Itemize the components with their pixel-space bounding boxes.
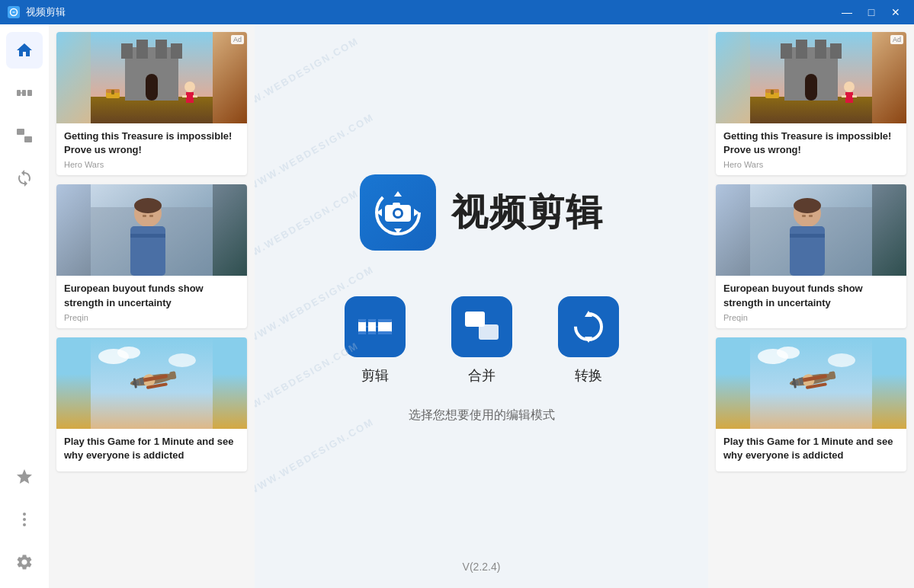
convert-icon-container: [558, 296, 619, 357]
svg-rect-29: [130, 234, 165, 238]
svg-rect-56: [368, 331, 376, 334]
svg-point-86: [794, 198, 821, 213]
right-ad-source-2: Preqin: [723, 313, 899, 322]
svg-rect-80: [771, 90, 774, 94]
svg-rect-87: [802, 215, 806, 217]
svg-rect-54: [358, 331, 366, 334]
version: V(2.2.4): [463, 561, 501, 573]
left-ad-img-plane: [56, 337, 247, 429]
svg-rect-2: [22, 90, 26, 96]
svg-rect-17: [146, 74, 158, 101]
sidebar-item-favorite[interactable]: [6, 459, 43, 495]
right-ad-card-1[interactable]: Ad Getting this Treasure is impossible! …: [716, 32, 906, 175]
sidebar-item-merge[interactable]: [6, 117, 43, 154]
left-ad-content-3: Play this Game for 1 Minute and see why …: [56, 429, 247, 471]
close-button[interactable]: ✕: [885, 4, 906, 21]
merge-icon-container: [451, 296, 512, 357]
svg-rect-85: [790, 234, 825, 238]
left-ad-title-3: Play this Game for 1 Minute and see why …: [64, 435, 239, 462]
center-content: WWW.WEBDESIGN.COM WWW.WEBDESIGN.COM WWW.…: [255, 24, 708, 588]
maximize-button[interactable]: □: [861, 4, 882, 21]
titlebar-left: 视频剪辑: [8, 5, 66, 19]
svg-point-91: [777, 347, 800, 359]
svg-point-49: [395, 210, 401, 216]
left-ad-title-1: Getting this Treasure is impossible! Pro…: [64, 129, 239, 157]
svg-rect-11: [91, 97, 213, 123]
svg-rect-70: [796, 40, 807, 59]
titlebar: 视频剪辑 — □ ✕: [0, 0, 914, 24]
svg-rect-84: [790, 226, 825, 276]
sidebar-item-trim[interactable]: [6, 75, 43, 111]
right-ad-source-1: Hero Wars: [723, 160, 899, 169]
svg-rect-20: [182, 95, 187, 97]
left-ad-card-2[interactable]: European buyout funds show strength in u…: [56, 184, 247, 328]
right-ad-title-3: Play this Game for 1 Minute and see why …: [723, 435, 899, 462]
svg-point-18: [184, 81, 195, 92]
left-ad-badge-1: Ad: [231, 35, 244, 44]
svg-rect-1: [17, 90, 21, 96]
convert-action-button[interactable]: 转换: [558, 296, 619, 385]
right-ad-content-2: European buyout funds show strength in u…: [716, 276, 906, 328]
svg-point-8: [23, 518, 26, 521]
left-ad-img-3: [56, 337, 247, 429]
left-ad-content-1: Getting this Treasure is impossible! Pro…: [56, 123, 247, 175]
right-ad-card-2[interactable]: European buyout funds show strength in u…: [716, 184, 906, 328]
svg-rect-77: [852, 95, 857, 97]
left-ad-card-1[interactable]: Ad Getting this Treasure is impossible! …: [56, 32, 247, 175]
svg-rect-14: [136, 40, 148, 59]
app-title: 视频剪辑: [451, 188, 604, 237]
svg-rect-71: [815, 40, 826, 59]
trim-icon-container: [345, 296, 406, 357]
left-ad-title-2: European buyout funds show strength in u…: [64, 282, 239, 309]
app-icon: [8, 6, 20, 18]
sidebar-item-home[interactable]: [6, 32, 43, 69]
svg-point-36: [168, 353, 196, 367]
right-ad-card-3[interactable]: Play this Game for 1 Minute and see why …: [716, 337, 906, 471]
svg-point-92: [828, 353, 855, 367]
right-ad-title-1: Getting this Treasure is impossible! Pro…: [723, 129, 899, 157]
left-ad-content-2: European buyout funds show strength in u…: [56, 276, 247, 328]
left-ad-img-business: [56, 184, 247, 276]
svg-rect-5: [17, 129, 24, 135]
subtitle: 选择您想要使用的编辑模式: [409, 407, 555, 423]
svg-rect-24: [111, 90, 114, 94]
wm-3: WWW.WEBDESIGN.COM: [255, 187, 361, 269]
svg-rect-63: [479, 324, 499, 340]
left-ad-panel: Ad Getting this Treasure is impossible! …: [49, 24, 255, 588]
left-ad-card-3[interactable]: Play this Game for 1 Minute and see why …: [56, 337, 247, 471]
left-ad-img-game: [56, 32, 247, 123]
action-buttons: 剪辑 合并: [345, 296, 619, 385]
svg-rect-16: [171, 43, 182, 59]
svg-rect-73: [805, 74, 817, 101]
svg-rect-6: [24, 136, 32, 142]
convert-label: 转换: [575, 366, 602, 385]
svg-rect-53: [358, 319, 366, 322]
svg-point-7: [23, 513, 26, 516]
right-ad-img-plane: [716, 337, 906, 429]
svg-rect-59: [378, 331, 392, 334]
wm-2: WWW.WEBDESIGN.COM: [255, 111, 376, 193]
minimize-button[interactable]: —: [836, 4, 858, 21]
trim-action-button[interactable]: 剪辑: [345, 296, 406, 385]
app-logo-area: 视频剪辑: [360, 174, 604, 251]
sidebar-item-convert[interactable]: [6, 160, 43, 197]
svg-point-30: [134, 198, 162, 213]
svg-rect-69: [781, 43, 792, 59]
svg-rect-88: [809, 215, 813, 217]
svg-rect-19: [186, 92, 194, 103]
svg-rect-13: [121, 43, 133, 59]
sidebar: [0, 24, 49, 588]
right-ad-content-1: Getting this Treasure is impossible! Pro…: [716, 123, 906, 175]
right-ad-panel: Ad Getting this Treasure is impossible! …: [708, 24, 914, 588]
left-ad-source-2: Preqin: [64, 313, 239, 322]
sidebar-item-settings[interactable]: [6, 544, 43, 580]
left-ad-img-1: Ad: [56, 32, 247, 123]
merge-action-button[interactable]: 合并: [451, 296, 512, 385]
right-ad-img-1: Ad: [716, 32, 906, 123]
svg-rect-58: [378, 319, 392, 322]
right-ad-img-2: [716, 184, 906, 276]
svg-rect-55: [368, 319, 376, 322]
sidebar-item-more[interactable]: [6, 501, 43, 538]
titlebar-title: 视频剪辑: [26, 5, 66, 19]
svg-point-9: [23, 523, 26, 526]
